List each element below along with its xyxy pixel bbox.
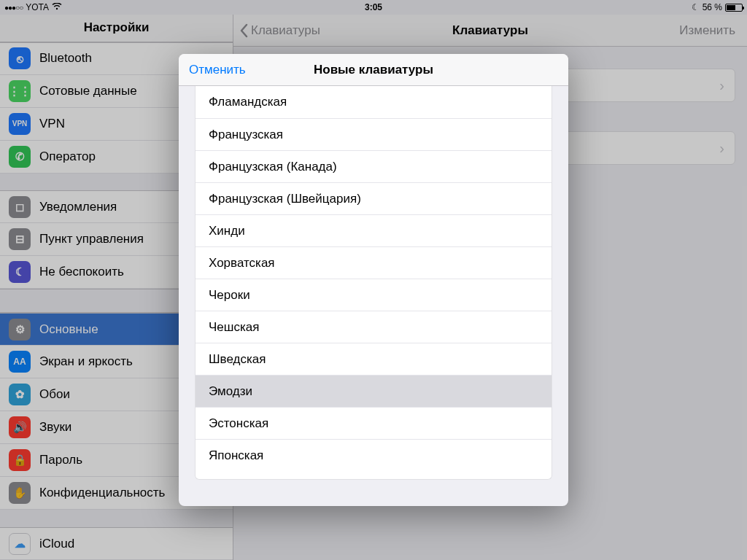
keyboard-language-item[interactable]: Хинди: [196, 214, 551, 246]
keyboard-language-list[interactable]: ФламандскаяФранцузскаяФранцузская (Канад…: [195, 86, 552, 480]
keyboard-language-item[interactable]: Шведская: [196, 343, 551, 375]
keyboard-language-item[interactable]: Чероки: [196, 279, 551, 311]
keyboard-language-item[interactable]: Хорватская: [196, 246, 551, 279]
keyboard-language-item[interactable]: Французская (Швейцария): [196, 182, 551, 214]
keyboard-language-item[interactable]: Французская (Канада): [196, 150, 551, 182]
add-keyboard-modal: Отменить Новые клавиатуры ФламандскаяФра…: [179, 54, 568, 506]
keyboard-language-item[interactable]: Эмодзи: [196, 375, 551, 407]
modal-title: Новые клавиатуры: [314, 63, 433, 77]
keyboard-language-item[interactable]: Японская: [196, 439, 551, 471]
cancel-button[interactable]: Отменить: [189, 54, 246, 85]
keyboard-language-item[interactable]: Фламандская: [196, 86, 551, 118]
keyboard-language-item[interactable]: Эстонская: [196, 407, 551, 439]
modal-header: Отменить Новые клавиатуры: [179, 54, 568, 86]
keyboard-language-item[interactable]: Французская: [196, 118, 551, 150]
keyboard-language-item[interactable]: Чешская: [196, 311, 551, 343]
